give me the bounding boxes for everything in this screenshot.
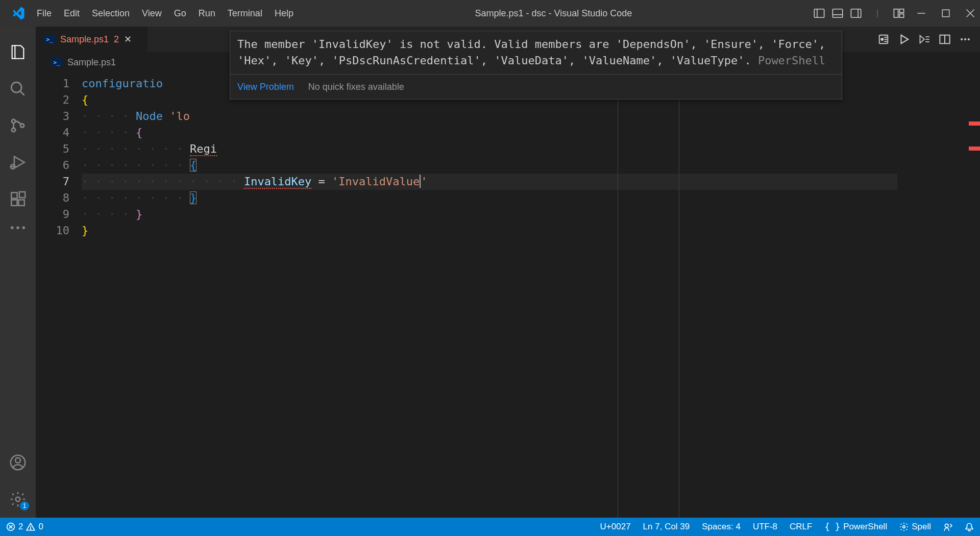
menu-help[interactable]: Help	[275, 8, 293, 19]
svg-point-25	[16, 226, 19, 229]
editor-body[interactable]: 1 2 3 4 5 6 7 8 9 10 configuratio { · · …	[36, 72, 980, 518]
more-actions-icon[interactable]	[960, 34, 971, 45]
powershell-file-icon: >_	[51, 58, 62, 66]
warning-count: 0	[38, 522, 43, 532]
status-language[interactable]: { } PowerShell	[818, 518, 893, 536]
line-number: 5	[36, 141, 69, 157]
line-number: 3	[36, 108, 69, 125]
svg-point-49	[945, 524, 948, 527]
run-file-icon[interactable]	[898, 34, 910, 45]
line-number: 6	[36, 157, 69, 174]
code-line-active: · · · · · · · · · · · · InvalidKey = 'In…	[82, 174, 897, 190]
menu-file[interactable]: File	[37, 8, 52, 19]
tab-actions	[878, 27, 980, 52]
token-string: 'lo	[169, 110, 190, 123]
editor-ruler	[618, 72, 618, 518]
toggle-panel-icon[interactable]	[832, 8, 843, 19]
token-brace: }	[136, 208, 142, 221]
indent-guide: · · · ·	[82, 126, 136, 139]
svg-rect-4	[851, 9, 861, 18]
customize-layout-icon[interactable]	[893, 8, 904, 19]
minimize-icon[interactable]	[917, 9, 926, 18]
token-string: '	[332, 175, 338, 188]
run-debug-icon[interactable]	[8, 152, 28, 173]
menu-go[interactable]: Go	[174, 8, 186, 19]
menu-run[interactable]: Run	[199, 8, 215, 19]
split-editor-icon[interactable]	[939, 34, 950, 45]
token-brace: }	[82, 224, 88, 237]
more-icon[interactable]	[8, 223, 28, 233]
svg-point-40	[961, 38, 963, 40]
settings-gear-icon[interactable]: 1	[8, 489, 28, 509]
status-spell[interactable]: Spell	[893, 518, 937, 536]
indent-guide: · · · · · · · · · · · ·	[82, 175, 244, 188]
menu-edit[interactable]: Edit	[64, 8, 80, 19]
compare-changes-icon[interactable]	[878, 34, 889, 45]
svg-point-48	[903, 526, 905, 528]
window-controls	[917, 9, 975, 18]
toggle-sidebar-left-icon[interactable]	[814, 8, 825, 19]
source-control-icon[interactable]	[8, 115, 28, 136]
feedback-icon	[943, 522, 952, 531]
settings-badge: 1	[20, 501, 29, 510]
code-line: · · · · Node 'lo	[82, 108, 897, 125]
svg-rect-22	[18, 200, 24, 205]
accounts-icon[interactable]	[8, 452, 28, 473]
status-problems[interactable]: 2 0	[0, 518, 50, 536]
indent-guide: · · · ·	[82, 110, 136, 123]
menu-view[interactable]: View	[142, 8, 162, 19]
extensions-icon[interactable]	[8, 189, 28, 209]
vscode-logo-icon	[10, 6, 26, 21]
status-codepoint[interactable]: U+0027	[594, 518, 637, 536]
error-count: 2	[18, 522, 23, 532]
status-notifications[interactable]	[959, 518, 980, 536]
token-keyword: Node	[136, 110, 163, 123]
status-cursor[interactable]: Ln 7, Col 39	[637, 518, 696, 536]
spell-label: Spell	[912, 522, 931, 532]
error-marker	[969, 121, 980, 126]
svg-point-31	[881, 38, 883, 40]
cursor	[420, 175, 421, 188]
hover-actions: View Problem No quick fixes available	[230, 74, 842, 99]
svg-rect-10	[942, 10, 949, 17]
overview-ruler[interactable]	[969, 72, 980, 518]
svg-rect-2	[832, 9, 842, 18]
menu-terminal[interactable]: Terminal	[228, 8, 262, 19]
tab-close-icon[interactable]: ✕	[124, 34, 132, 45]
line-number: 7	[36, 174, 69, 190]
run-selection-icon[interactable]	[919, 34, 930, 45]
toggle-sidebar-right-icon[interactable]	[850, 8, 862, 19]
svg-point-15	[12, 119, 15, 123]
line-number: 9	[36, 206, 69, 223]
code-line: }	[82, 223, 897, 239]
language-label: PowerShell	[843, 522, 887, 532]
svg-rect-8	[899, 14, 903, 17]
svg-rect-20	[11, 192, 17, 198]
view-problem-link[interactable]: View Problem	[237, 79, 294, 95]
line-number: 2	[36, 92, 69, 108]
editor-ruler	[679, 72, 679, 518]
svg-point-24	[11, 226, 14, 229]
tab-problem-count: 2	[114, 34, 119, 45]
search-icon[interactable]	[8, 79, 28, 99]
menu-bar: File Edit Selection View Go Run Terminal…	[37, 8, 293, 19]
status-indent[interactable]: Spaces: 4	[696, 518, 747, 536]
code-line: · · · · }	[82, 206, 897, 223]
minimap[interactable]	[897, 72, 969, 518]
hover-text: The member 'InvalidKey' is not valid. Va…	[237, 38, 825, 67]
svg-point-26	[22, 226, 26, 229]
tab-sample-ps1[interactable]: >_ Sample.ps1 2 ✕	[36, 27, 148, 52]
status-eol[interactable]: CRLF	[783, 518, 818, 536]
menu-selection[interactable]: Selection	[92, 8, 130, 19]
explorer-icon[interactable]	[8, 42, 28, 62]
token-string: '	[421, 175, 427, 188]
titlebar: File Edit Selection View Go Run Terminal…	[0, 0, 980, 27]
line-number: 8	[36, 190, 69, 206]
warning-icon	[26, 522, 35, 531]
close-icon[interactable]	[966, 9, 975, 18]
svg-point-28	[15, 458, 20, 463]
maximize-icon[interactable]	[941, 9, 950, 18]
status-feedback[interactable]	[937, 518, 959, 536]
code-area[interactable]: configuratio { · · · · Node 'lo · · · · …	[82, 72, 897, 518]
status-encoding[interactable]: UTF-8	[747, 518, 783, 536]
